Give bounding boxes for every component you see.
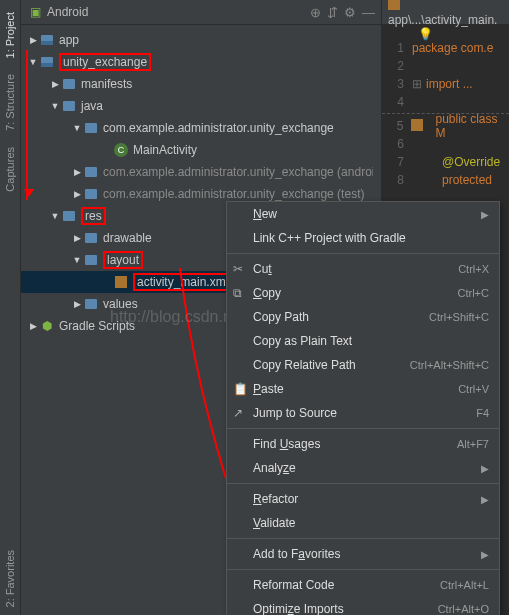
menu-label: Copy Path [253,310,429,324]
class-icon [113,143,129,157]
menu-separator [227,428,499,429]
xml-icon [411,119,427,131]
collapse-icon[interactable]: ⇵ [327,5,338,20]
menu-new[interactable]: NNewew▶ [227,202,499,226]
menu-label: Jump to Source [253,406,476,420]
menu-link-cpp[interactable]: Link C++ Project with Gradle [227,226,499,250]
line-number: 3 [382,77,412,91]
copy-icon: ⧉ [233,286,247,300]
folder-icon [61,211,77,221]
node-label: Gradle Scripts [59,319,135,333]
target-icon[interactable]: ⊕ [310,5,321,20]
folder-icon [83,255,99,265]
menu-analyze[interactable]: Analyze▶ [227,456,499,480]
folder-icon [61,79,77,89]
code-text: public class M [435,112,497,140]
tree-node-manifests[interactable]: ▶manifests [21,73,381,95]
node-label: values [103,297,138,311]
tab-favorites[interactable]: 2: Favorites [2,542,18,615]
node-label: com.example.administrator.unity_exchange… [103,187,364,201]
hide-icon[interactable]: — [362,5,375,20]
tree-node-module[interactable]: ▼unity_exchange [21,51,381,73]
bulb-icon[interactable]: 💡 [418,27,433,41]
menu-copy-plain[interactable]: Copy as Plain Text [227,329,499,353]
shortcut: Ctrl+V [458,383,489,395]
chevron-right-icon: ▶ [71,189,83,199]
folder-icon [83,299,99,309]
menu-label: Analyze [253,461,481,475]
menu-refactor[interactable]: Refactor▶ [227,487,499,511]
node-label: app [59,33,79,47]
fold-icon[interactable]: ⊞ [412,77,422,91]
menu-label: Reformat Code [253,578,440,592]
menu-label: Link C++ Project with Gradle [253,231,489,245]
chevron-down-icon: ▼ [71,255,83,265]
view-selector[interactable]: Android [47,5,310,19]
chevron-right-icon: ▶ [71,233,83,243]
gear-icon[interactable]: ⚙ [344,5,356,20]
chevron-right-icon: ▶ [481,463,489,474]
node-label: com.example.administrator.unity_exchange… [103,165,373,179]
menu-paste[interactable]: 📋PasteCtrl+V [227,377,499,401]
code-text: @Override [442,155,500,169]
code-text: import ... [426,77,473,91]
chevron-right-icon: ▶ [481,549,489,560]
menu-separator [227,569,499,570]
node-label: java [81,99,103,113]
line-number: 2 [382,59,412,73]
node-label: layout [103,251,143,269]
line-number: 8 [382,173,412,187]
line-number: 5 [382,119,411,133]
tab-captures[interactable]: Captures [2,139,18,200]
paste-icon: 📋 [233,382,247,396]
shortcut: Ctrl+C [458,287,489,299]
node-label: activity_main.xml [133,273,232,291]
gradle-icon: ⬢ [39,319,55,333]
cut-icon: ✂ [233,262,247,276]
menu-copy-relative[interactable]: Copy Relative PathCtrl+Alt+Shift+C [227,353,499,377]
tab-structure[interactable]: 7: Structure [2,66,18,139]
menu-copy[interactable]: ⧉CopyCtrl+C [227,281,499,305]
chevron-right-icon: ▶ [71,299,83,309]
menu-copy-path[interactable]: Copy PathCtrl+Shift+C [227,305,499,329]
tab-project[interactable]: 1: Project [2,4,18,66]
tree-node-pkg[interactable]: ▶com.example.administrator.unity_exchang… [21,161,381,183]
tree-node-pkg[interactable]: ▼com.example.administrator.unity_exchang… [21,117,381,139]
shortcut: Ctrl+Alt+L [440,579,489,591]
menu-jump[interactable]: ↗Jump to SourceF4 [227,401,499,425]
arrow-icon: ↗ [233,406,247,420]
line-number: 1 [382,41,412,55]
tree-node-app[interactable]: ▶app [21,29,381,51]
node-label: drawable [103,231,152,245]
menu-reformat[interactable]: Reformat CodeCtrl+Alt+L [227,573,499,597]
editor-body[interactable]: 💡 1package com.e 2 3⊞import ... 4 5publi… [382,25,509,189]
menu-find-usages[interactable]: Find UsagesAlt+F7 [227,432,499,456]
xml-icon [388,0,404,10]
chevron-right-icon: ▶ [27,321,39,331]
code-text: package com.e [412,41,493,55]
node-label: manifests [81,77,132,91]
node-label: unity_exchange [59,53,151,71]
node-label: res [81,207,106,225]
chevron-down-icon: ▼ [71,123,83,133]
menu-add-favorites[interactable]: Add to Favorites▶ [227,542,499,566]
gutter-icon[interactable] [411,119,431,134]
chevron-right-icon: ▶ [49,79,61,89]
menu-label: Optimize Imports [253,602,438,615]
menu-label: Copy [253,286,458,300]
chevron-down-icon: ▼ [49,211,61,221]
annotation-arrow [26,50,30,200]
chevron-right-icon: ▶ [71,167,83,177]
module-icon [39,35,55,45]
editor-tab[interactable]: app\...\activity_main. [388,0,503,27]
tree-node-class[interactable]: MainActivity [21,139,381,161]
chevron-right-icon: ▶ [27,35,39,45]
line-number: 4 [382,95,412,109]
menu-optimize-imports[interactable]: Optimize ImportsCtrl+Alt+O [227,597,499,615]
menu-cut[interactable]: ✂CutCtrl+X [227,257,499,281]
shortcut: Alt+F7 [457,438,489,450]
menu-label: Find Usages [253,437,457,451]
package-icon [83,123,99,133]
menu-validate[interactable]: Validate [227,511,499,535]
tree-node-java[interactable]: ▼java [21,95,381,117]
